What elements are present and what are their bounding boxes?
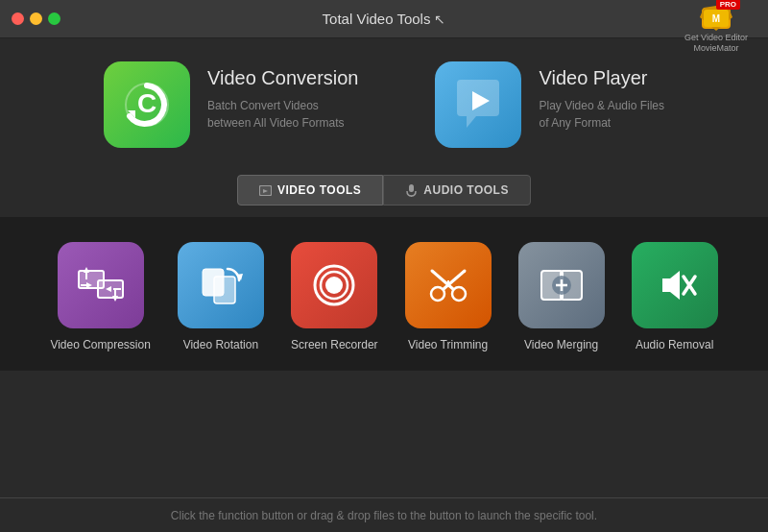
trimming-label: Video Trimming (408, 338, 488, 351)
merging-label: Video Merging (524, 338, 598, 351)
close-button[interactable] (12, 12, 24, 25)
tool-recorder[interactable]: Screen Recorder (291, 242, 378, 351)
footer-text: Click the function button or drag & drop… (171, 509, 597, 522)
compression-label: Video Compression (50, 338, 151, 351)
conversion-icon: C (104, 61, 190, 148)
svg-text:M: M (712, 13, 720, 24)
hero-item-conversion[interactable]: C Video Conversion Batch Convert Videosb… (104, 61, 359, 148)
recorder-label: Screen Recorder (291, 338, 378, 351)
removal-icon (632, 242, 718, 328)
tab-audio-tools[interactable]: AUDIO TOOLS (383, 175, 531, 206)
player-info: Video Player Play Video & Audio Filesof … (539, 61, 664, 132)
title-bar: Total Video Tools ↖ M PRO Get Video Edit… (0, 0, 768, 38)
pro-badge[interactable]: M PRO Get Video Editor MovieMator (678, 4, 755, 54)
hero-section: C Video Conversion Batch Convert Videosb… (0, 38, 768, 167)
rotation-icon (178, 242, 264, 328)
svg-rect-11 (409, 184, 414, 192)
tools-grid: Video Compression Video Rotation (38, 242, 730, 351)
tool-rotation[interactable]: Video Rotation (178, 242, 264, 351)
pro-label: PRO (716, 0, 740, 10)
rotation-label: Video Rotation (183, 338, 259, 351)
audio-tools-icon (405, 184, 418, 197)
svg-rect-24 (214, 277, 235, 303)
player-title: Video Player (539, 67, 664, 89)
recorder-icon (291, 242, 377, 328)
cursor-indicator: ↖ (434, 12, 445, 27)
merging-icon (518, 242, 605, 328)
svg-marker-39 (662, 271, 680, 300)
tools-section: Video Compression Video Rotation (0, 217, 768, 371)
removal-label: Audio Removal (636, 338, 713, 351)
minimize-button[interactable] (30, 12, 42, 25)
tab-video-tools[interactable]: VIDEO TOOLS (237, 175, 383, 206)
conversion-desc: Batch Convert Videosbetween All Video Fo… (207, 97, 359, 132)
video-tools-icon (259, 184, 272, 197)
svg-text:C: C (137, 88, 156, 118)
maximize-button[interactable] (48, 12, 60, 25)
window-controls (12, 12, 60, 25)
player-icon (435, 61, 521, 148)
pro-text: Get Video Editor MovieMator (678, 33, 755, 54)
video-tools-label: VIDEO TOOLS (277, 183, 361, 197)
compression-icon (58, 242, 144, 328)
trimming-icon (405, 242, 492, 328)
svg-point-28 (325, 277, 343, 294)
conversion-info: Video Conversion Batch Convert Videosbet… (207, 61, 359, 132)
tool-removal[interactable]: Audio Removal (632, 242, 718, 351)
audio-tools-label: AUDIO TOOLS (423, 183, 509, 197)
tool-merging[interactable]: Video Merging (518, 242, 605, 351)
svg-line-31 (444, 271, 465, 289)
app-title: Total Video Tools (323, 11, 431, 27)
player-desc: Play Video & Audio Filesof Any Format (539, 97, 664, 132)
svg-line-32 (432, 271, 453, 289)
conversion-title: Video Conversion (207, 67, 359, 89)
footer: Click the function button or drag & drop… (0, 497, 768, 532)
hero-item-player[interactable]: Video Player Play Video & Audio Filesof … (435, 61, 664, 148)
tool-trimming[interactable]: Video Trimming (405, 242, 492, 351)
tabs-section: VIDEO TOOLS AUDIO TOOLS (0, 175, 768, 206)
tool-compression[interactable]: Video Compression (50, 242, 151, 351)
